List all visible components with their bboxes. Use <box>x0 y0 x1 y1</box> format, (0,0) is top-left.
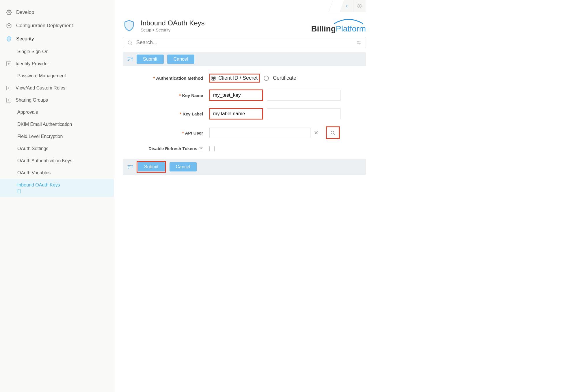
settings-button[interactable] <box>353 0 366 12</box>
topbar <box>123 0 366 12</box>
sidebar-item-approvals[interactable]: Approvals <box>0 106 114 118</box>
sort-icon-bottom[interactable] <box>127 164 133 169</box>
svg-point-0 <box>8 12 10 13</box>
expand-icon[interactable]: + <box>6 86 11 90</box>
svg-line-4 <box>131 44 132 45</box>
sidebar-item-label: Password Management <box>17 73 66 78</box>
expand-icon[interactable]: + <box>6 61 11 66</box>
sidebar-item-oauth-authentication-keys[interactable]: OAuth Authentication Keys <box>0 155 114 167</box>
cancel-button-bottom[interactable]: Cancel <box>170 162 197 171</box>
action-bar-top: Submit Cancel <box>123 52 366 66</box>
form: *Authentication Method Client ID / Secre… <box>123 70 366 155</box>
search-bar[interactable] <box>123 37 366 48</box>
search-input[interactable] <box>136 40 356 46</box>
sidebar-item-password-management[interactable]: Password Management <box>0 70 114 82</box>
page-title: Inbound OAuth Keys <box>141 19 204 27</box>
key-name-label: Key Name <box>182 93 203 98</box>
expand-icon[interactable]: + <box>6 98 11 102</box>
lookup-button[interactable] <box>327 128 338 138</box>
radio-client-secret[interactable] <box>211 76 216 81</box>
sidebar: Develop Configuration Deployment Securit… <box>0 0 114 392</box>
sidebar-config-deploy[interactable]: Configuration Deployment <box>0 19 114 32</box>
sidebar-item-label: DKIM Email Authentication <box>17 122 72 127</box>
key-label-label: Key Label <box>183 111 203 116</box>
sidebar-item-view-add-custom-roles[interactable]: +View/Add Custom Roles <box>0 82 114 94</box>
logo-text-a: Billing <box>311 24 336 33</box>
main-content: Inbound OAuth Keys Setup > Security Bill… <box>114 0 375 392</box>
sidebar-item-oauth-variables[interactable]: OAuth Variables <box>0 167 114 179</box>
help-icon[interactable]: ? <box>199 147 203 151</box>
logo-text-b: Platform <box>336 24 366 33</box>
radio-client-secret-label: Client ID / Secret <box>218 75 258 81</box>
sidebar-item-sub: [ ] <box>17 189 60 193</box>
sidebar-item-label: View/Add Custom Roles <box>16 85 65 90</box>
sidebar-item-label: Approvals <box>17 110 38 115</box>
disable-refresh-checkbox[interactable] <box>209 146 215 151</box>
action-bar-bottom: Submit Cancel <box>123 159 366 175</box>
sidebar-develop[interactable]: Develop <box>0 6 114 19</box>
logo: BillingPlatform <box>311 18 366 33</box>
sidebar-item-label: Single Sign-On <box>17 49 49 54</box>
page-shield-icon <box>123 19 135 33</box>
svg-point-7 <box>358 41 358 42</box>
sidebar-security[interactable]: Security <box>0 32 114 46</box>
sliders-icon[interactable] <box>356 40 362 46</box>
sidebar-item-label: Field Level Encryption <box>17 134 63 139</box>
sidebar-item-sharing-groups[interactable]: +Sharing Groups <box>0 94 114 106</box>
sidebar-item-label: Inbound OAuth Keys <box>17 182 60 187</box>
sort-icon[interactable] <box>127 57 133 62</box>
key-name-input[interactable] <box>210 90 262 100</box>
auth-method-label: Authentication Method <box>156 76 203 81</box>
disable-refresh-label: Disable Refresh Tokens <box>148 146 197 151</box>
sidebar-item-single-sign-on[interactable]: Single Sign-On <box>0 46 114 58</box>
api-user-label: API User <box>185 130 203 135</box>
radio-certificate[interactable] <box>264 76 269 81</box>
gear-icon <box>6 9 12 16</box>
sidebar-item-inbound-oauth-keys[interactable]: Inbound OAuth Keys[ ] <box>0 179 114 197</box>
sidebar-security-label: Security <box>16 36 34 42</box>
radio-certificate-label: Certificate <box>273 75 296 81</box>
cube-icon <box>6 23 12 29</box>
cancel-button-top[interactable]: Cancel <box>167 55 194 64</box>
sidebar-item-identity-provider[interactable]: +Identity Provider <box>0 58 114 70</box>
sidebar-config-label: Configuration Deployment <box>16 23 73 29</box>
sidebar-item-field-level-encryption[interactable]: Field Level Encryption <box>0 130 114 143</box>
svg-point-13 <box>331 131 334 134</box>
clear-icon[interactable]: ✕ <box>310 130 322 136</box>
sidebar-item-dkim-email-authentication[interactable]: DKIM Email Authentication <box>0 118 114 130</box>
svg-point-3 <box>128 41 131 44</box>
sidebar-item-label: Sharing Groups <box>16 98 48 102</box>
submit-button-top[interactable]: Submit <box>137 55 164 64</box>
search-icon <box>127 40 133 46</box>
breadcrumb: Setup > Security <box>141 28 204 32</box>
svg-point-8 <box>359 43 360 44</box>
sidebar-item-label: OAuth Authentication Keys <box>17 158 72 163</box>
sidebar-item-label: OAuth Variables <box>17 170 51 175</box>
sidebar-item-label: OAuth Settings <box>17 146 49 151</box>
sidebar-item-label: Identity Provider <box>16 61 49 66</box>
sidebar-develop-label: Develop <box>16 10 34 15</box>
api-user-input[interactable] <box>209 128 310 138</box>
key-label-input[interactable] <box>210 109 262 119</box>
submit-button-bottom[interactable]: Submit <box>138 162 165 171</box>
sidebar-item-oauth-settings[interactable]: OAuth Settings <box>0 143 114 155</box>
svg-line-14 <box>334 134 334 135</box>
shield-icon <box>6 36 12 42</box>
svg-point-2 <box>359 5 360 7</box>
